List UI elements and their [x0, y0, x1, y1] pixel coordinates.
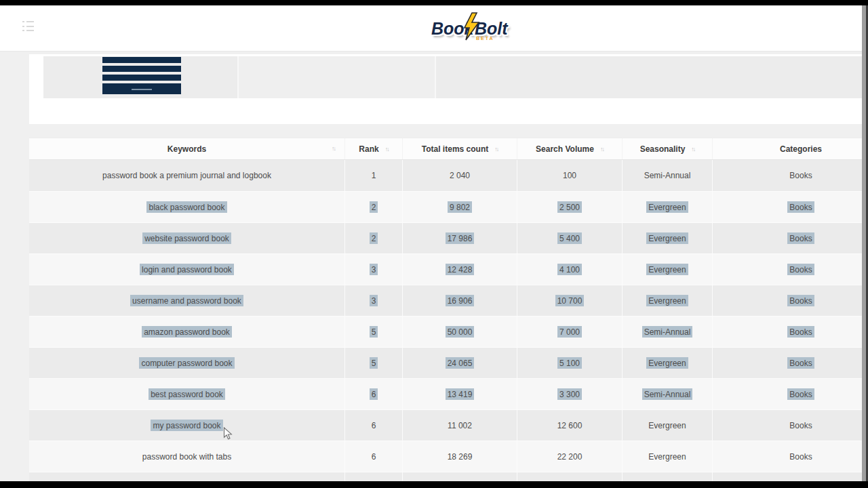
table-row: amazon password book 5 50 000 7 000 Semi… — [29, 316, 863, 347]
cell-total-items[interactable]: 2 040 — [403, 160, 517, 191]
clipped-product-row — [43, 56, 863, 98]
table-row: username and password book 3 16 906 10 7… — [29, 285, 863, 316]
cell-category[interactable]: Books — [713, 317, 863, 347]
cell-total-items[interactable]: 24 065 — [403, 348, 517, 378]
app-window: Book Bolt BETA Keywords ↑↓ — [0, 0, 868, 488]
cell-keyword[interactable]: password book with tabs — [29, 441, 345, 472]
cell-category[interactable]: Books — [713, 192, 863, 222]
cell-category[interactable]: Books — [713, 379, 863, 409]
cell-keyword[interactable]: username and password book — [29, 285, 345, 316]
cell-search-volume[interactable]: 4 100 — [517, 254, 623, 285]
table-row: computer password book 5 24 065 5 100 Ev… — [29, 347, 863, 378]
cell-seasonality[interactable]: Semi-Annual — [623, 160, 713, 191]
cell-search-volume[interactable]: 22 200 — [517, 441, 623, 472]
cell-total-items[interactable]: 12 428 — [403, 254, 517, 285]
cell-rank[interactable]: 5 — [345, 348, 403, 378]
cell-category[interactable]: Books — [713, 285, 863, 316]
letterbox-bottom — [0, 481, 868, 488]
cell-category[interactable]: Books — [713, 254, 863, 285]
cell-seasonality[interactable]: Semi-Annual — [623, 317, 713, 347]
cell-keyword[interactable]: website password book — [29, 223, 345, 253]
cell-search-volume[interactable]: 2 500 — [517, 192, 623, 222]
sort-icon[interactable]: ↑↓ — [385, 146, 389, 152]
cell-rank[interactable]: 6 — [345, 441, 403, 472]
column-header-rank[interactable]: Rank ↑↓ — [345, 138, 403, 159]
keyword-table: Keywords ↑↓ Rank ↑↓ Total items count ↑↓… — [29, 138, 863, 481]
table-header: Keywords ↑↓ Rank ↑↓ Total items count ↑↓… — [29, 138, 863, 160]
table-body: password book a premium journal and logb… — [29, 160, 863, 472]
striped-book-cover-thumbnail[interactable] — [102, 57, 181, 94]
clipped-cell — [239, 56, 436, 98]
sort-icon[interactable]: ↑↓ — [494, 146, 498, 152]
cell-total-items[interactable]: 16 906 — [403, 285, 517, 316]
cell-search-volume[interactable]: 3 300 — [517, 379, 623, 409]
product-image-cell — [43, 56, 239, 98]
cell-rank[interactable]: 1 — [345, 160, 403, 191]
clipped-cell — [436, 56, 863, 98]
table-row: my password book 6 11 002 12 600 Evergre… — [29, 409, 863, 441]
clipped-next-row — [29, 472, 863, 481]
cell-search-volume[interactable]: 12 600 — [517, 410, 623, 441]
cell-search-volume[interactable]: 5 100 — [517, 348, 623, 378]
app-header: Book Bolt BETA — [0, 5, 868, 52]
logo[interactable]: Book Bolt BETA — [430, 16, 515, 52]
cell-category[interactable]: Books — [713, 223, 863, 253]
cell-rank[interactable]: 3 — [345, 285, 403, 316]
menu-list-icon[interactable] — [22, 21, 34, 31]
cell-category[interactable]: Books — [713, 441, 863, 472]
cell-keyword[interactable]: password book a premium journal and logb… — [29, 160, 345, 191]
cell-category[interactable]: Books — [713, 348, 863, 378]
cell-keyword[interactable]: login and password book — [29, 254, 345, 285]
cell-rank[interactable]: 3 — [345, 254, 403, 285]
table-row: best password book 6 13 419 3 300 Semi-A… — [29, 378, 863, 409]
cell-seasonality[interactable]: Evergreen — [623, 254, 713, 285]
logo-beta-label: BETA — [476, 36, 494, 41]
cell-keyword[interactable]: black password book — [29, 192, 345, 222]
cell-total-items[interactable]: 11 002 — [403, 410, 517, 441]
cell-seasonality[interactable]: Evergreen — [623, 223, 713, 253]
cell-total-items[interactable]: 13 419 — [403, 379, 517, 409]
letterbox-top — [0, 0, 868, 5]
cell-seasonality[interactable]: Evergreen — [623, 410, 713, 441]
cell-seasonality[interactable]: Evergreen — [623, 192, 713, 222]
cell-total-items[interactable]: 17 986 — [403, 223, 517, 253]
cell-category[interactable]: Books — [713, 160, 863, 191]
cell-seasonality[interactable]: Semi-Annual — [623, 379, 713, 409]
column-header-seasonality[interactable]: Seasonality ↑↓ — [623, 138, 713, 159]
column-header-total-items[interactable]: Total items count ↑↓ — [403, 138, 517, 159]
previous-results-panel — [29, 54, 863, 124]
cell-seasonality[interactable]: Evergreen — [623, 441, 713, 472]
cell-total-items[interactable]: 50 000 — [403, 317, 517, 347]
cell-rank[interactable]: 6 — [345, 410, 403, 441]
cell-search-volume[interactable]: 100 — [517, 160, 623, 191]
cell-search-volume[interactable]: 10 700 — [517, 285, 623, 316]
table-row: password book a premium journal and logb… — [29, 160, 863, 191]
cell-category[interactable]: Books — [713, 410, 863, 441]
cell-keyword[interactable]: my password book — [29, 410, 345, 441]
column-header-search-volume[interactable]: Search Volume ↑↓ — [517, 138, 623, 159]
cell-total-items[interactable]: 9 802 — [403, 192, 517, 222]
table-row: black password book 2 9 802 2 500 Evergr… — [29, 191, 863, 222]
sort-icon[interactable]: ↑↓ — [332, 145, 335, 152]
sort-icon[interactable]: ↑↓ — [600, 146, 604, 152]
cell-keyword[interactable]: computer password book — [29, 348, 345, 378]
column-header-categories[interactable]: Categories — [713, 138, 863, 159]
column-header-keywords[interactable]: Keywords ↑↓ — [29, 138, 345, 159]
cell-search-volume[interactable]: 5 400 — [517, 223, 623, 253]
table-row: login and password book 3 12 428 4 100 E… — [29, 253, 863, 285]
cell-rank[interactable]: 6 — [345, 379, 403, 409]
cell-rank[interactable]: 2 — [345, 192, 403, 222]
cell-keyword[interactable]: amazon password book — [29, 317, 345, 347]
cell-rank[interactable]: 5 — [345, 317, 403, 347]
cell-total-items[interactable]: 18 269 — [403, 441, 517, 472]
cell-keyword[interactable]: best password book — [29, 379, 345, 409]
cell-seasonality[interactable]: Evergreen — [623, 348, 713, 378]
sort-icon[interactable]: ↑↓ — [691, 146, 694, 152]
cell-seasonality[interactable]: Evergreen — [623, 285, 713, 316]
table-row: password book with tabs 6 18 269 22 200 … — [29, 441, 863, 472]
table-row: website password book 2 17 986 5 400 Eve… — [29, 222, 863, 253]
cell-search-volume[interactable]: 7 000 — [517, 317, 623, 347]
cell-rank[interactable]: 2 — [345, 223, 403, 253]
